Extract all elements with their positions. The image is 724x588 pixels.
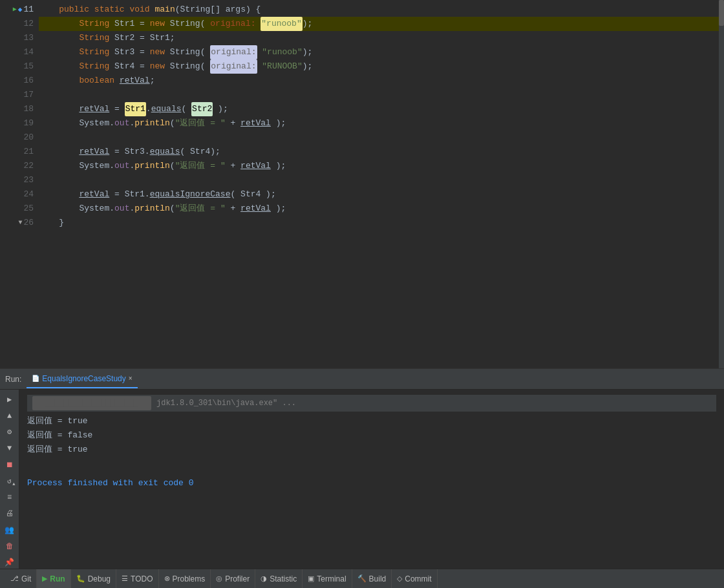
process-finished-line: Process finished with exit code 0 [27, 476, 716, 490]
editor-area: ▶ ◆ 11 12 13 14 15 16 17 18 19 20 21 22 … [0, 0, 724, 368]
run-panel-tabs: Run: 📄 EqualsIgnoreCaseStudy × [0, 369, 724, 390]
run-up-button[interactable]: ▲ [3, 410, 16, 422]
code-line-23 [39, 173, 724, 187]
run-output[interactable]: ████████████████████ jdk1.8.0_301\bin\ja… [19, 390, 724, 569]
line-num-24: 24 [0, 187, 34, 202]
status-problems-label: Problems [173, 574, 206, 583]
line-numbers: ▶ ◆ 11 12 13 14 15 16 17 18 19 20 21 22 … [0, 0, 39, 368]
bookmark-icon: ◆ [18, 3, 23, 17]
status-item-terminal[interactable]: ▣ Terminal [303, 569, 352, 589]
run-arrow-icon: ▶ [13, 3, 17, 17]
output-empty [27, 457, 716, 471]
run-users-button[interactable]: 👥 [3, 524, 16, 536]
line-num-11: ▶ ◆ 11 [0, 3, 34, 17]
git-icon: ⎇ [10, 574, 19, 583]
status-item-todo[interactable]: ☰ TODO [116, 569, 158, 589]
status-build-label: Build [369, 574, 387, 583]
status-item-build[interactable]: 🔨 Build [352, 569, 392, 589]
status-item-statistic[interactable]: ◑ Statistic [255, 569, 303, 589]
code-line-13: String Str2 = Str1; [39, 31, 724, 45]
run-play-button[interactable]: ▶ [3, 394, 16, 406]
statistic-icon: ◑ [261, 574, 267, 583]
debug-icon: 🐛 [76, 574, 85, 583]
code-lines[interactable]: public static void main(String[] args) {… [39, 0, 724, 368]
run-sidebar: ▶ ▲ ⚙ ▼ ⏹ ↺ ▲ ≡ 🖨 👥 🗑 📌 [0, 390, 19, 569]
status-run-label: Run [50, 574, 65, 583]
vertical-scrollbar[interactable] [719, 0, 724, 368]
line-num-26: ▼ 26 [0, 216, 34, 230]
status-item-run[interactable]: ▶ Run [37, 569, 70, 589]
run-print-button[interactable]: 🖨 [3, 507, 16, 520]
output-line-1: 返回值 = true [27, 414, 716, 428]
line-num-25: 25 [0, 202, 34, 216]
code-line-26: } [39, 216, 724, 230]
code-line-20 [39, 131, 724, 145]
code-line-18: retVal = Str1.equals( Str2 ); [39, 102, 724, 116]
code-line-24: retVal = Str1.equalsIgnoreCase( Str4 ); [39, 187, 724, 202]
line-num-22: 22 [0, 159, 34, 173]
line-num-21: 21 [0, 145, 34, 159]
code-line-21: retVal = Str3.equals( Str4); [39, 145, 724, 159]
line-num-12: 12 [0, 17, 34, 31]
terminal-icon: ▣ [308, 574, 314, 583]
status-bar: ⎇ Git ▶ Run 🐛 Debug ☰ TODO ⊗ Problems ◎ … [0, 569, 724, 588]
code-line-16: boolean retVal; [39, 74, 724, 88]
status-commit-label: Commit [405, 574, 431, 583]
status-item-commit[interactable]: ◇ Commit [392, 569, 437, 589]
run-format-button[interactable]: ≡ [3, 491, 16, 503]
run-panel: Run: 📄 EqualsIgnoreCaseStudy × ▶ ▲ ⚙ ▼ ⏹… [0, 368, 724, 569]
code-line-14: String Str3 = new String( original: "run… [39, 45, 724, 59]
code-line-22: System.out.println("返回值 = " + retVal ); [39, 159, 724, 173]
code-line-25: System.out.println("返回值 = " + retVal ); [39, 202, 724, 216]
run-tab-name: EqualsIgnoreCaseStudy [42, 374, 125, 383]
file-icon: 📄 [32, 375, 39, 382]
run-rerun-button[interactable]: ↺ ▲ [3, 475, 16, 487]
run-settings-button[interactable]: ⚙ [3, 426, 16, 438]
status-profiler-label: Profiler [225, 574, 250, 583]
line-num-13: 13 [0, 31, 34, 45]
status-debug-label: Debug [88, 574, 111, 583]
status-todo-label: TODO [131, 574, 153, 583]
line-num-20: 20 [0, 131, 34, 145]
cmd-blur: ████████████████████ [32, 396, 151, 410]
line-num-14: 14 [0, 45, 34, 59]
status-item-git[interactable]: ⎇ Git [5, 569, 37, 589]
run-play-icon: ▶ [42, 574, 47, 583]
line-num-18: 18 [0, 102, 34, 116]
code-line-15: String Str4 = new String( original: "RUN… [39, 59, 724, 74]
status-item-profiler[interactable]: ◎ Profiler [211, 569, 255, 589]
status-item-debug[interactable]: 🐛 Debug [71, 569, 116, 589]
code-line-17 [39, 88, 724, 102]
code-line-11: public static void main(String[] args) { [39, 3, 724, 17]
run-delete-button[interactable]: 🗑 [3, 540, 16, 552]
run-tab-close-button[interactable]: × [129, 375, 133, 382]
run-body: ▶ ▲ ⚙ ▼ ⏹ ↺ ▲ ≡ 🖨 👥 🗑 📌 ████████████████… [0, 390, 724, 569]
line-num-19: 19 [0, 116, 34, 131]
build-icon: 🔨 [357, 574, 367, 583]
status-git-label: Git [21, 574, 31, 583]
run-pin-button[interactable]: 📌 [3, 556, 16, 569]
status-statistic-label: Statistic [270, 574, 297, 583]
code-line-19: System.out.println("返回值 = " + retVal ); [39, 116, 724, 131]
line-num-15: 15 [0, 59, 34, 74]
status-item-problems[interactable]: ⊗ Problems [159, 569, 211, 589]
profiler-icon: ◎ [216, 574, 222, 583]
output-line-3: 返回值 = true [27, 443, 716, 457]
run-down-button[interactable]: ▼ [3, 443, 16, 455]
code-line-12: String Str1 = new String( original: "run… [39, 17, 724, 31]
fold-icon: ▼ [18, 216, 22, 230]
todo-icon: ☰ [122, 574, 128, 583]
output-line-2: 返回值 = false [27, 428, 716, 443]
commit-icon: ◇ [397, 574, 402, 583]
cmd-java-path: jdk1.8.0_301\bin\java.exe" ... [156, 396, 296, 410]
problems-icon: ⊗ [164, 574, 170, 583]
run-stop-button[interactable]: ⏹ [3, 459, 16, 471]
run-label: Run: [5, 375, 21, 384]
line-num-16: 16 [0, 74, 34, 88]
line-num-17: 17 [0, 88, 34, 102]
run-cmd-line: ████████████████████ jdk1.8.0_301\bin\ja… [27, 395, 716, 412]
run-tab-equalignore[interactable]: 📄 EqualsIgnoreCaseStudy × [27, 370, 137, 388]
status-terminal-label: Terminal [317, 574, 346, 583]
line-num-23: 23 [0, 173, 34, 187]
